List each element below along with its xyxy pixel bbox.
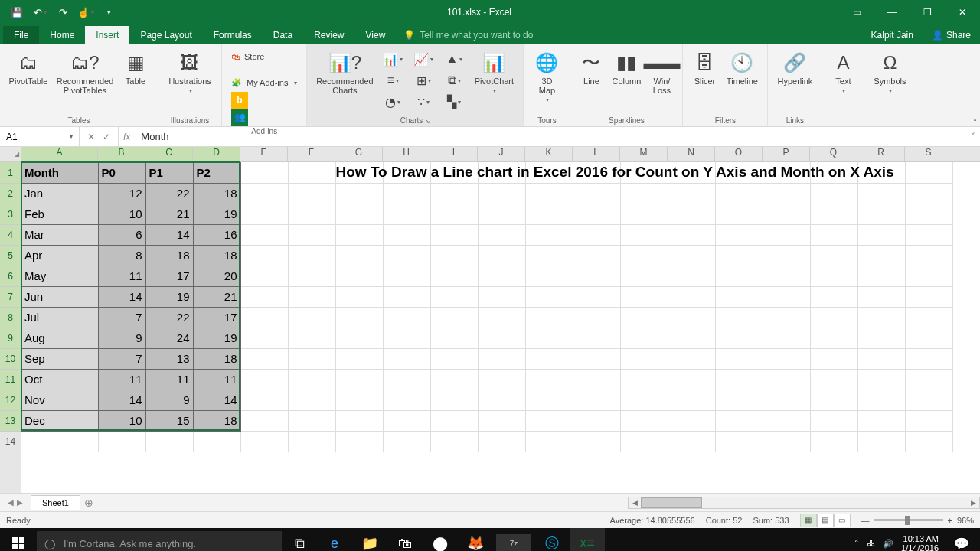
cell-M9[interactable] (620, 328, 668, 348)
cell-I5[interactable] (430, 245, 478, 266)
cell-S6[interactable] (905, 266, 952, 286)
cell-H7[interactable] (383, 286, 430, 307)
network-icon[interactable]: 🖧 (867, 539, 875, 548)
cell-Q5[interactable] (810, 245, 858, 266)
cell-A10[interactable]: Sep (21, 348, 98, 369)
text-button[interactable]: AText▾ (827, 47, 859, 113)
cell-K9[interactable] (525, 328, 573, 348)
cell-M11[interactable] (620, 369, 668, 390)
undo-icon[interactable]: ↶▾ (29, 3, 51, 21)
row-header-11[interactable]: 11 (0, 370, 21, 390)
cell-D3[interactable]: 19 (193, 204, 240, 224)
cell-J13[interactable] (478, 410, 525, 431)
cell-O11[interactable] (715, 369, 763, 390)
cell-O13[interactable] (715, 410, 763, 431)
cell-B6[interactable]: 11 (98, 266, 145, 286)
pagebreak-view-icon[interactable]: ▭ (834, 514, 851, 527)
cell-P8[interactable] (763, 307, 810, 328)
col-header-O[interactable]: O (715, 147, 763, 161)
row-header-7[interactable]: 7 (0, 287, 21, 308)
cell-N7[interactable] (668, 286, 715, 307)
minimize-button[interactable]: — (874, 0, 910, 24)
name-box[interactable]: A1▾ (0, 127, 80, 146)
cell-I9[interactable] (430, 328, 478, 348)
bar-chart-icon[interactable]: ≡▾ (379, 71, 407, 90)
cell-H6[interactable] (383, 266, 430, 286)
cell-A13[interactable]: Dec (21, 410, 98, 431)
cell-Q8[interactable] (810, 307, 858, 328)
cell-L6[interactable] (573, 266, 620, 286)
worksheet-grid[interactable]: ABCDEFGHIJKLMNOPQRS 1234567891011121314 … (0, 147, 980, 493)
row-header-13[interactable]: 13 (0, 411, 21, 432)
save-icon[interactable]: 💾 (6, 3, 28, 21)
cell-P3[interactable] (763, 204, 810, 224)
cell-H4[interactable] (383, 224, 430, 245)
edge-icon[interactable]: e (317, 528, 352, 551)
sheet-prev-icon[interactable]: ◀ (8, 498, 14, 507)
cell-L8[interactable] (573, 307, 620, 328)
cell-O8[interactable] (715, 307, 763, 328)
cell-F12[interactable] (288, 390, 335, 410)
cell-G13[interactable] (335, 410, 383, 431)
chevron-down-icon[interactable]: ▾ (70, 133, 73, 140)
cell-B14[interactable] (98, 431, 145, 452)
cell-Q12[interactable] (810, 390, 858, 410)
volume-icon[interactable]: 🔊 (883, 539, 893, 549)
cell-F8[interactable] (288, 307, 335, 328)
line-chart-icon[interactable]: 📈▾ (410, 50, 437, 68)
cell-C10[interactable]: 13 (145, 348, 193, 369)
cell-H3[interactable] (383, 204, 430, 224)
tab-review[interactable]: Review (303, 26, 354, 44)
cell-G11[interactable] (335, 369, 383, 390)
cell-A6[interactable]: May (21, 266, 98, 286)
cell-A14[interactable] (21, 431, 98, 452)
sheet-tab-sheet1[interactable]: Sheet1 (31, 495, 80, 510)
tell-me-search[interactable]: 💡Tell me what you want to do (396, 26, 541, 44)
cell-A8[interactable]: Jul (21, 307, 98, 328)
cell-O4[interactable] (715, 224, 763, 245)
cell-C9[interactable]: 24 (145, 328, 193, 348)
accept-formula-icon[interactable]: ✓ (100, 132, 113, 142)
cell-L5[interactable] (573, 245, 620, 266)
cell-P2[interactable] (763, 183, 810, 204)
tab-home[interactable]: Home (39, 26, 85, 44)
cell-P14[interactable] (763, 431, 810, 452)
cell-D2[interactable]: 18 (193, 183, 240, 204)
cell-P12[interactable] (763, 390, 810, 410)
cell-I12[interactable] (430, 390, 478, 410)
3dmap-button[interactable]: 🌐3D Map▾ (528, 47, 565, 113)
cell-A1[interactable]: Month (21, 162, 98, 183)
cell-K12[interactable] (525, 390, 573, 410)
cell-G8[interactable] (335, 307, 383, 328)
cell-E8[interactable] (240, 307, 288, 328)
combo-chart-icon[interactable]: ⧉▾ (440, 71, 468, 90)
cell-O2[interactable] (715, 183, 763, 204)
cell-M6[interactable] (620, 266, 668, 286)
cell-L3[interactable] (573, 204, 620, 224)
cell-E7[interactable] (240, 286, 288, 307)
col-header-I[interactable]: I (430, 147, 478, 161)
cell-K11[interactable] (525, 369, 573, 390)
excel-taskbar-icon[interactable]: x≡ (570, 528, 605, 551)
cell-F14[interactable] (288, 431, 335, 452)
pivottable-button[interactable]: 🗂PivotTable (5, 47, 52, 113)
cell-L9[interactable] (573, 328, 620, 348)
cell-I4[interactable] (430, 224, 478, 245)
fx-icon[interactable]: fx (119, 132, 135, 142)
cell-E14[interactable] (240, 431, 288, 452)
cell-E3[interactable] (240, 204, 288, 224)
cell-S1[interactable] (905, 162, 952, 183)
cell-Q9[interactable] (810, 328, 858, 348)
row-header-14[interactable]: 14 (0, 432, 21, 452)
col-header-M[interactable]: M (620, 147, 668, 161)
cell-S2[interactable] (905, 183, 952, 204)
cell-A4[interactable]: Mar (21, 224, 98, 245)
col-header-F[interactable]: F (288, 147, 335, 161)
cell-F6[interactable] (288, 266, 335, 286)
cell-C4[interactable]: 14 (145, 224, 193, 245)
zoom-slider[interactable] (874, 519, 943, 521)
7zip-icon[interactable]: 7z (496, 534, 531, 551)
cell-R14[interactable] (858, 431, 905, 452)
file-explorer-icon[interactable]: 📁 (352, 528, 387, 551)
cell-D9[interactable]: 19 (193, 328, 240, 348)
